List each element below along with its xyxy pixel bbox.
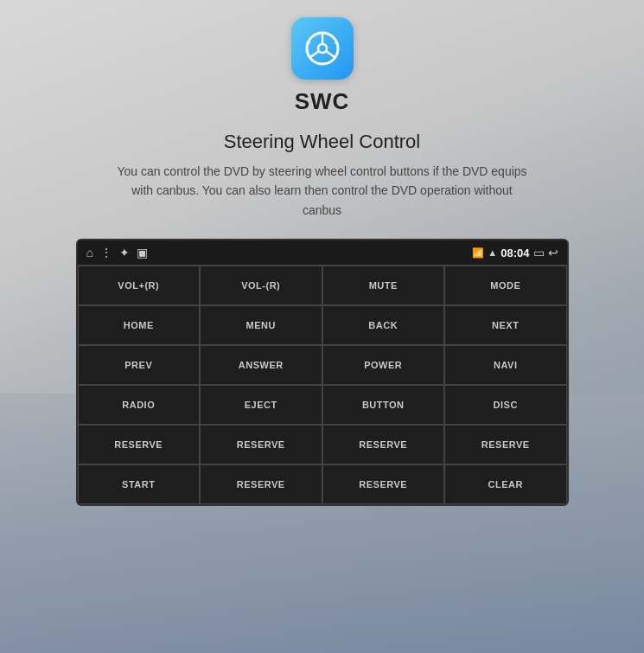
status-time: 08:04 [501, 246, 529, 259]
grid-btn-r0-c1[interactable]: VOL-(R) [200, 266, 322, 305]
back-icon: ↩ [548, 246, 558, 259]
grid-btn-r2-c2[interactable]: POWER [322, 345, 445, 385]
status-bar-right: 📶 ▲ 08:04 ▭ ↩ [472, 246, 558, 259]
grid-btn-r0-c0[interactable]: VOL+(R) [78, 266, 201, 305]
main-content: SWC Steering Wheel Control You can contr… [0, 0, 644, 506]
grid-btn-r1-c0[interactable]: HOME [78, 305, 201, 345]
dots-icon: ⋮ [100, 246, 112, 259]
grid-btn-r3-c1[interactable]: EJECT [200, 385, 322, 425]
section-title: Steering Wheel Control [224, 131, 420, 153]
grid-btn-r3-c3[interactable]: DISC [444, 385, 567, 425]
description-text: You can control the DVD by steering whee… [115, 162, 530, 220]
grid-btn-r1-c2[interactable]: BACK [322, 305, 445, 345]
grid-btn-r2-c1[interactable]: ANSWER [200, 345, 322, 385]
grid-btn-r0-c3[interactable]: MODE [444, 266, 567, 305]
screen-container: ⌂ ⋮ ✦ ▣ 📶 ▲ 08:04 ▭ ↩ VOL+(R)VOL-(R)MUTE… [76, 239, 569, 506]
status-bar-left: ⌂ ⋮ ✦ ▣ [86, 246, 148, 259]
home-icon: ⌂ [86, 246, 93, 259]
signal-icon: ▲ [488, 247, 497, 258]
image-icon: ▣ [137, 246, 148, 259]
grid-btn-r4-c1[interactable]: RESERVE [200, 425, 322, 464]
grid-btn-r3-c0[interactable]: RADIO [78, 385, 201, 425]
svg-line-4 [326, 51, 335, 57]
grid-btn-r2-c0[interactable]: PREV [78, 345, 201, 385]
grid-btn-r5-c2[interactable]: RESERVE [322, 464, 445, 504]
grid-btn-r3-c2[interactable]: BUTTON [322, 385, 445, 425]
grid-btn-r1-c3[interactable]: NEXT [444, 305, 567, 345]
grid-btn-r5-c0[interactable]: START [78, 464, 201, 504]
bluetooth-icon: 📶 [472, 247, 484, 259]
grid-btn-r4-c2[interactable]: RESERVE [322, 425, 445, 464]
brightness-icon: ✦ [119, 246, 130, 259]
grid-btn-r5-c3[interactable]: CLEAR [444, 464, 567, 504]
button-grid: VOL+(R)VOL-(R)MUTEMODEHOMEMENUBACKNEXTPR… [78, 265, 567, 504]
app-icon [291, 17, 354, 80]
grid-btn-r4-c3[interactable]: RESERVE [444, 425, 567, 464]
app-title: SWC [295, 88, 350, 115]
grid-btn-r5-c1[interactable]: RESERVE [200, 464, 322, 504]
grid-btn-r1-c1[interactable]: MENU [200, 305, 322, 345]
svg-line-3 [310, 51, 319, 57]
svg-point-1 [318, 44, 327, 53]
grid-btn-r0-c2[interactable]: MUTE [322, 266, 445, 305]
status-bar: ⌂ ⋮ ✦ ▣ 📶 ▲ 08:04 ▭ ↩ [78, 240, 567, 265]
grid-btn-r4-c0[interactable]: RESERVE [78, 425, 201, 464]
battery-icon: ▭ [533, 246, 545, 259]
grid-btn-r2-c3[interactable]: NAVI [444, 345, 567, 385]
